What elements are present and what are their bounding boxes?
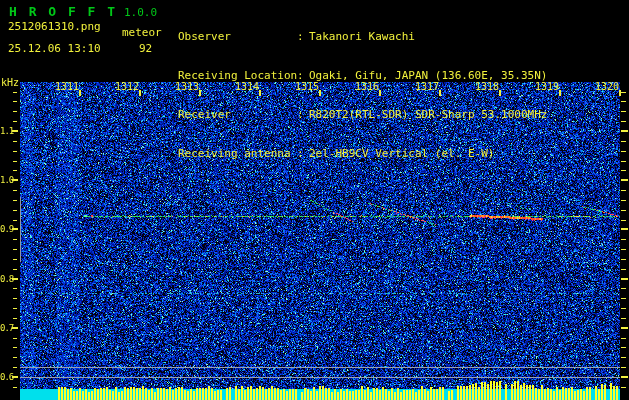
mode-label: meteor xyxy=(122,26,162,39)
x-tick-label: 1316 xyxy=(353,81,379,92)
y-tick-label: 0.6 xyxy=(0,372,12,382)
y-tick-label: 0.9 xyxy=(0,224,12,234)
x-tick-label: 1313 xyxy=(173,81,199,92)
x-tick-label: 1314 xyxy=(233,81,259,92)
info-label: Receiving antenna xyxy=(178,147,297,160)
info-value: R820T2(RTL-SDR) SDR-Sharp 53.1000MHz xyxy=(309,108,547,121)
info-label: Observer xyxy=(178,30,297,43)
info-separator: : xyxy=(297,108,309,121)
hrofft-window: H R O F F T 1.0.0 2512061310.png meteor … xyxy=(0,0,629,400)
y-tick-label: 0.8 xyxy=(0,274,12,284)
info-row-antenna: Receiving antenna:2el-HB9CV Vertical (el… xyxy=(178,147,547,160)
x-tick-label: 1317 xyxy=(413,81,439,92)
info-row-receiver: Receiver:R820T2(RTL-SDR) SDR-Sharp 53.10… xyxy=(178,108,547,121)
y-tick-label: 1.0 xyxy=(0,175,12,185)
event-count: 92 xyxy=(139,42,152,55)
info-value: 2el-HB9CV Vertical (el. E-W) xyxy=(309,147,494,160)
station-info: Observer:Takanori Kawachi Receiving Loca… xyxy=(178,4,547,186)
info-separator: : xyxy=(297,147,309,160)
x-tick-label: 1315 xyxy=(293,81,319,92)
info-row-observer: Observer:Takanori Kawachi xyxy=(178,30,547,43)
info-separator: : xyxy=(297,30,309,43)
y-axis-unit-label: kHz xyxy=(1,77,19,88)
app-version: 1.0.0 xyxy=(124,6,157,19)
x-tick-label: 1318 xyxy=(473,81,499,92)
y-tick-label: 0.7 xyxy=(0,323,12,333)
x-tick-label: 1312 xyxy=(113,81,139,92)
app-title: H R O F F T xyxy=(9,4,117,19)
x-tick-label: 1311 xyxy=(53,81,79,92)
info-value: Takanori Kawachi xyxy=(309,30,415,43)
output-filename: 2512061310.png xyxy=(8,20,101,33)
x-tick-label: 1319 xyxy=(533,81,559,92)
y-tick-label: 1.1 xyxy=(0,126,12,136)
datetime-label: 25.12.06 13:10 xyxy=(8,42,101,55)
x-tick-label: 1320 xyxy=(593,81,619,92)
info-label: Receiver xyxy=(178,108,297,121)
